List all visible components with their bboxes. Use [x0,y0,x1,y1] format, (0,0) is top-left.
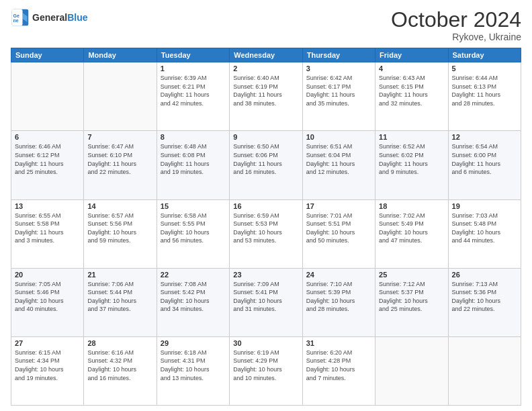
day-info: Sunrise: 6:54 AM Sunset: 6:00 PM Dayligh… [452,142,517,176]
day-number: 18 [379,202,444,210]
calendar-week-row: 1Sunrise: 6:39 AM Sunset: 6:21 PM Daylig… [11,62,521,131]
calendar-cell: 10Sunrise: 6:51 AM Sunset: 6:04 PM Dayli… [302,131,375,199]
day-number: 4 [379,64,444,73]
calendar-cell: 21Sunrise: 7:06 AM Sunset: 5:44 PM Dayli… [84,268,157,336]
day-number: 9 [233,133,298,141]
calendar-body: 1Sunrise: 6:39 AM Sunset: 6:21 PM Daylig… [11,62,521,406]
day-number: 29 [161,339,226,347]
day-info: Sunrise: 6:15 AM Sunset: 4:34 PM Dayligh… [15,349,80,382]
day-number: 3 [306,64,371,73]
day-info: Sunrise: 7:08 AM Sunset: 5:42 PM Dayligh… [161,280,226,314]
calendar-cell: 3Sunrise: 6:42 AM Sunset: 6:17 PM Daylig… [302,62,375,131]
day-info: Sunrise: 6:52 AM Sunset: 6:02 PM Dayligh… [379,142,444,176]
day-info: Sunrise: 7:13 AM Sunset: 5:36 PM Dayligh… [452,280,517,314]
day-number: 23 [233,271,298,279]
calendar-cell: 18Sunrise: 7:02 AM Sunset: 5:49 PM Dayli… [375,199,448,268]
day-number: 13 [15,202,80,210]
day-number: 20 [15,271,80,279]
col-saturday: Saturday [448,48,521,62]
col-sunday: Sunday [11,48,84,62]
day-number: 26 [452,271,517,279]
calendar-cell: 6Sunrise: 6:46 AM Sunset: 6:12 PM Daylig… [11,131,84,199]
day-number: 25 [379,271,444,279]
calendar-cell: 24Sunrise: 7:10 AM Sunset: 5:39 PM Dayli… [302,268,375,336]
col-monday: Monday [84,48,157,62]
day-info: Sunrise: 6:58 AM Sunset: 5:55 PM Dayligh… [161,212,226,245]
logo: Ge ne GeneralBlue [11,8,87,27]
page-container: Ge ne GeneralBlue October 2024 Rykove, U… [0,0,532,411]
day-info: Sunrise: 6:39 AM Sunset: 6:21 PM Dayligh… [161,74,226,107]
calendar-cell: 22Sunrise: 7:08 AM Sunset: 5:42 PM Dayli… [157,268,229,336]
day-info: Sunrise: 7:01 AM Sunset: 5:51 PM Dayligh… [306,212,371,245]
calendar-cell: 25Sunrise: 7:12 AM Sunset: 5:37 PM Dayli… [375,268,448,336]
day-number: 12 [452,133,517,141]
calendar-cell: 19Sunrise: 7:03 AM Sunset: 5:48 PM Dayli… [448,199,521,268]
location-subtitle: Rykove, Ukraine [391,32,521,42]
day-info: Sunrise: 7:03 AM Sunset: 5:48 PM Dayligh… [452,212,517,245]
calendar-cell [448,336,521,405]
day-number: 14 [87,202,152,210]
col-thursday: Thursday [302,48,375,62]
col-tuesday: Tuesday [157,48,229,62]
calendar-cell: 7Sunrise: 6:47 AM Sunset: 6:10 PM Daylig… [84,131,157,199]
calendar-cell: 17Sunrise: 7:01 AM Sunset: 5:51 PM Dayli… [302,199,375,268]
day-number: 30 [233,339,298,347]
day-info: Sunrise: 7:02 AM Sunset: 5:49 PM Dayligh… [379,212,444,245]
calendar-cell: 27Sunrise: 6:15 AM Sunset: 4:34 PM Dayli… [11,336,84,405]
calendar-cell: 5Sunrise: 6:44 AM Sunset: 6:13 PM Daylig… [448,62,521,131]
day-number: 7 [87,133,152,141]
day-info: Sunrise: 6:47 AM Sunset: 6:10 PM Dayligh… [87,142,152,176]
svg-text:Ge: Ge [13,13,19,18]
day-info: Sunrise: 6:42 AM Sunset: 6:17 PM Dayligh… [306,74,371,107]
svg-text:ne: ne [13,18,19,23]
day-number: 1 [161,64,226,73]
calendar-cell: 11Sunrise: 6:52 AM Sunset: 6:02 PM Dayli… [375,131,448,199]
logo-icon: Ge ne [11,8,30,27]
calendar-week-row: 6Sunrise: 6:46 AM Sunset: 6:12 PM Daylig… [11,131,521,199]
day-info: Sunrise: 6:59 AM Sunset: 5:53 PM Dayligh… [233,212,298,245]
day-number: 28 [87,339,152,347]
calendar-cell: 8Sunrise: 6:48 AM Sunset: 6:08 PM Daylig… [157,131,229,199]
calendar-cell: 26Sunrise: 7:13 AM Sunset: 5:36 PM Dayli… [448,268,521,336]
col-friday: Friday [375,48,448,62]
day-info: Sunrise: 6:46 AM Sunset: 6:12 PM Dayligh… [15,142,80,176]
day-info: Sunrise: 6:18 AM Sunset: 4:31 PM Dayligh… [161,349,226,382]
day-info: Sunrise: 6:44 AM Sunset: 6:13 PM Dayligh… [452,74,517,107]
header: Ge ne GeneralBlue October 2024 Rykove, U… [11,8,521,42]
calendar-cell: 1Sunrise: 6:39 AM Sunset: 6:21 PM Daylig… [157,62,229,131]
day-number: 15 [161,202,226,210]
day-number: 8 [161,133,226,141]
calendar-cell: 2Sunrise: 6:40 AM Sunset: 6:19 PM Daylig… [230,62,302,131]
day-info: Sunrise: 7:10 AM Sunset: 5:39 PM Dayligh… [306,280,371,314]
day-info: Sunrise: 7:09 AM Sunset: 5:41 PM Dayligh… [233,280,298,314]
calendar-week-row: 27Sunrise: 6:15 AM Sunset: 4:34 PM Dayli… [11,336,521,405]
day-info: Sunrise: 7:12 AM Sunset: 5:37 PM Dayligh… [379,280,444,314]
calendar-cell: 28Sunrise: 6:16 AM Sunset: 4:32 PM Dayli… [84,336,157,405]
calendar-table: Sunday Monday Tuesday Wednesday Thursday… [11,48,521,406]
logo-text: GeneralBlue [32,12,87,23]
day-info: Sunrise: 6:51 AM Sunset: 6:04 PM Dayligh… [306,142,371,176]
day-number: 2 [233,64,298,73]
calendar-cell: 15Sunrise: 6:58 AM Sunset: 5:55 PM Dayli… [157,199,229,268]
day-number: 5 [452,64,517,73]
day-info: Sunrise: 7:06 AM Sunset: 5:44 PM Dayligh… [87,280,152,314]
calendar-cell [84,62,157,131]
calendar-week-row: 20Sunrise: 7:05 AM Sunset: 5:46 PM Dayli… [11,268,521,336]
calendar-cell: 16Sunrise: 6:59 AM Sunset: 5:53 PM Dayli… [230,199,302,268]
day-number: 19 [452,202,517,210]
day-number: 31 [306,339,371,347]
day-info: Sunrise: 6:43 AM Sunset: 6:15 PM Dayligh… [379,74,444,107]
calendar-cell: 23Sunrise: 7:09 AM Sunset: 5:41 PM Dayli… [230,268,302,336]
calendar-cell: 14Sunrise: 6:57 AM Sunset: 5:56 PM Dayli… [84,199,157,268]
day-number: 21 [87,271,152,279]
day-number: 16 [233,202,298,210]
calendar-header-row: Sunday Monday Tuesday Wednesday Thursday… [11,48,521,62]
calendar-cell: 13Sunrise: 6:55 AM Sunset: 5:58 PM Dayli… [11,199,84,268]
calendar-cell: 9Sunrise: 6:50 AM Sunset: 6:06 PM Daylig… [230,131,302,199]
day-info: Sunrise: 6:19 AM Sunset: 4:29 PM Dayligh… [233,349,298,382]
calendar-cell: 20Sunrise: 7:05 AM Sunset: 5:46 PM Dayli… [11,268,84,336]
calendar-cell: 30Sunrise: 6:19 AM Sunset: 4:29 PM Dayli… [230,336,302,405]
day-number: 11 [379,133,444,141]
calendar-cell: 12Sunrise: 6:54 AM Sunset: 6:00 PM Dayli… [448,131,521,199]
day-info: Sunrise: 6:40 AM Sunset: 6:19 PM Dayligh… [233,74,298,107]
